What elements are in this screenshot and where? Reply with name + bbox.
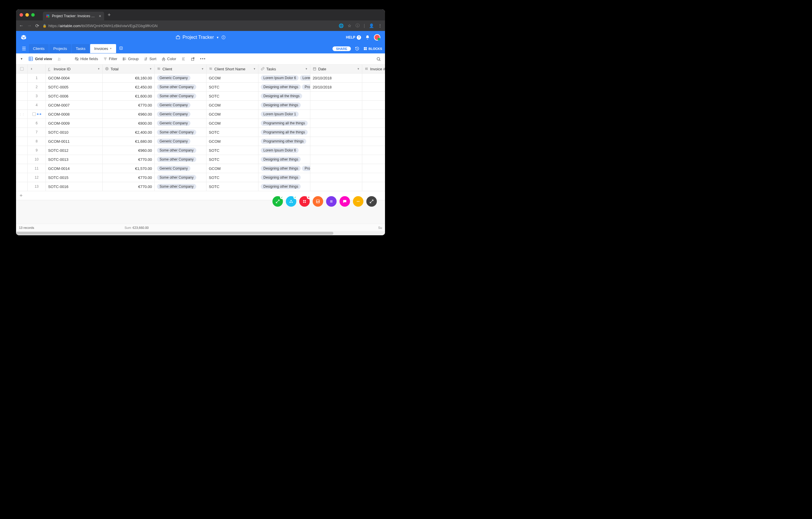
chevron-down-icon[interactable]: ▼ [149, 67, 152, 70]
cell-tasks[interactable]: Lorem Ipsum Dolor 6 [258, 146, 310, 155]
row-checkbox[interactable]: ⋮⋮ [16, 110, 28, 119]
row-checkbox[interactable] [16, 173, 28, 182]
cell-client-short[interactable]: GCOM [206, 137, 258, 146]
cell-date[interactable] [310, 92, 362, 101]
cell-invoice-num[interactable] [362, 92, 385, 101]
column-header-total[interactable]: Total▼ [103, 64, 154, 74]
tables-menu-icon[interactable]: ☰ [19, 46, 29, 51]
cell-date[interactable]: 20/10/2018 [310, 83, 362, 92]
cell-total[interactable]: €1,600.00 [103, 92, 154, 101]
cell-date[interactable]: 20/10/2018 [310, 74, 362, 83]
cell-invoice-id[interactable]: SOTC-0015 [46, 173, 103, 182]
filter-button[interactable]: Filter [103, 57, 117, 61]
back-button[interactable]: ← [19, 23, 24, 28]
row-number[interactable]: 12 [28, 173, 46, 182]
fab-chat[interactable] [340, 196, 350, 207]
cell-tasks[interactable]: Designing other things [258, 173, 310, 182]
cell-invoice-id[interactable]: SOTC-0016 [46, 182, 103, 191]
sort-button[interactable]: Sort [144, 57, 156, 61]
cell-invoice-id[interactable]: GCOM-0009 [46, 119, 103, 128]
cell-total[interactable]: €1,680.00 [103, 137, 154, 146]
table-tab-invoices[interactable]: Invoices▼ [90, 44, 116, 53]
cell-total[interactable]: €770.00 [103, 173, 154, 182]
cell-client-short[interactable]: SOTC [206, 92, 258, 101]
cell-tasks[interactable]: Programming all the things [258, 119, 310, 128]
cell-date[interactable] [310, 128, 362, 137]
cell-invoice-num[interactable] [362, 119, 385, 128]
cell-client[interactable]: Some other Company [154, 146, 206, 155]
column-header-tasks[interactable]: Tasks▼ [258, 64, 310, 74]
cell-client-short[interactable]: SOTC [206, 155, 258, 164]
cell-invoice-num[interactable] [362, 137, 385, 146]
cell-date[interactable] [310, 164, 362, 173]
fab-apps[interactable]: ✕ [299, 196, 310, 207]
info-icon[interactable] [221, 35, 226, 39]
row-checkbox[interactable] [16, 83, 28, 92]
cell-tasks[interactable]: Lorem Ipsum Dolor 1 [258, 110, 310, 119]
cell-client-short[interactable]: GCOM [206, 119, 258, 128]
column-header-client-short-name[interactable]: Client Short Name▼ [206, 64, 258, 74]
table-tab-tasks[interactable]: Tasks [72, 44, 90, 53]
row-number[interactable]: 6 [28, 119, 46, 128]
row-number[interactable]: 2 [28, 83, 46, 92]
cell-invoice-id[interactable]: GCOM-0011 [46, 137, 103, 146]
column-header-date[interactable]: Date▼ [310, 64, 362, 74]
cell-date[interactable] [310, 119, 362, 128]
site-info-icon[interactable]: ⓘ [355, 23, 359, 28]
forward-button[interactable]: → [27, 23, 32, 28]
chevron-down-icon[interactable]: ▼ [305, 67, 308, 70]
cell-client-short[interactable]: SOTC [206, 146, 258, 155]
chevron-down-icon[interactable]: ▼ [253, 67, 256, 70]
chevron-down-icon[interactable]: ▼ [97, 67, 100, 70]
fab-image[interactable] [313, 196, 323, 207]
cell-tasks[interactable]: Designing all the things [258, 92, 310, 101]
cell-invoice-id[interactable]: SOTC-0010 [46, 128, 103, 137]
window-zoom[interactable] [31, 13, 35, 17]
column-header-invoice-id[interactable]: fxInvoice ID▼ [46, 64, 103, 74]
row-height-button[interactable] [181, 57, 185, 61]
view-switcher[interactable]: Grid view [28, 56, 52, 61]
row-handle[interactable] [28, 110, 46, 119]
cell-tasks[interactable]: Designing other things [258, 101, 310, 110]
cell-client-short[interactable]: SOTC [206, 182, 258, 191]
cell-invoice-id[interactable]: SOTC-0005 [46, 83, 103, 92]
cell-client[interactable]: Some other Company [154, 83, 206, 92]
share-view-button[interactable] [191, 57, 195, 61]
tab-close-icon[interactable]: × [99, 14, 101, 18]
cell-invoice-id[interactable]: GCOM-0007 [46, 101, 103, 110]
row-checkbox[interactable] [16, 119, 28, 128]
cell-invoice-num[interactable] [362, 146, 385, 155]
cell-date[interactable] [310, 155, 362, 164]
cell-total[interactable]: €2,450.00 [103, 83, 154, 92]
row-number[interactable]: 10 [28, 155, 46, 164]
cell-client-short[interactable]: GCOM [206, 110, 258, 119]
browser-tab[interactable]: Project Tracker: Invoices - Airt × [43, 12, 104, 21]
fab-collapse[interactable] [366, 196, 377, 207]
share-button[interactable]: SHARE [332, 47, 351, 51]
cell-date[interactable] [310, 101, 362, 110]
cell-total[interactable]: €8,160.00 [103, 74, 154, 83]
cell-client-short[interactable]: GCOM [206, 164, 258, 173]
select-all-header[interactable] [16, 64, 28, 74]
cell-client[interactable]: Generic Company [154, 164, 206, 173]
extension-icon[interactable]: 🌐 [339, 23, 344, 28]
cell-tasks[interactable]: Designing other thingsPro [258, 164, 310, 173]
cell-client-short[interactable]: GCOM [206, 74, 258, 83]
search-icon[interactable] [376, 57, 381, 61]
cell-total[interactable]: €770.00 [103, 101, 154, 110]
collaborators-icon[interactable] [57, 57, 61, 61]
color-button[interactable]: Color [162, 57, 176, 61]
help-button[interactable]: HELP ? [346, 35, 361, 40]
row-checkbox[interactable] [16, 182, 28, 191]
cell-invoice-num[interactable] [362, 101, 385, 110]
row-checkbox[interactable] [16, 74, 28, 83]
cell-total[interactable]: €770.00 [103, 182, 154, 191]
history-icon[interactable] [355, 47, 359, 51]
window-close[interactable] [20, 13, 23, 17]
reload-button[interactable]: ⟳ [35, 23, 39, 29]
profile-icon[interactable]: 👤 [369, 23, 374, 28]
cell-date[interactable] [310, 137, 362, 146]
cell-client-short[interactable]: SOTC [206, 128, 258, 137]
cell-tasks[interactable]: Designing other things [258, 155, 310, 164]
column-header-client[interactable]: Client▼ [154, 64, 206, 74]
